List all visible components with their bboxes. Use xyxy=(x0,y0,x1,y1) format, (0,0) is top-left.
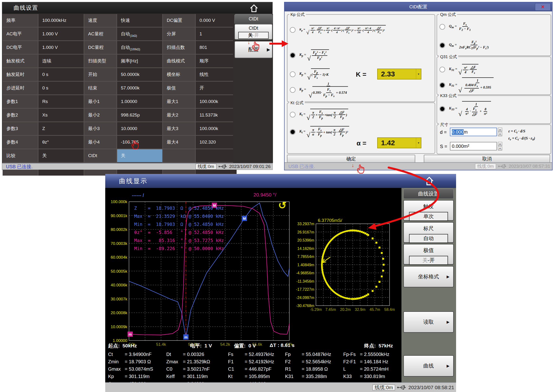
sidebar-menu-coord-format[interactable]: 坐标格式► xyxy=(403,266,454,287)
sidebar-curve-settings-button[interactable]: 曲线设置 xyxy=(403,189,454,199)
d-stepper[interactable]: ▲▼ xyxy=(498,128,502,136)
settings-value[interactable]: 801 xyxy=(196,41,237,54)
toggle-value: 关-开 xyxy=(409,256,448,265)
q31-option-2-radio[interactable] xyxy=(439,82,445,88)
chevron-down-icon[interactable]: ▾ xyxy=(416,138,421,148)
settings-value[interactable]: 关 xyxy=(38,149,84,162)
chevron-down-icon[interactable]: ▾ xyxy=(416,69,421,79)
settings-label: CtDt xyxy=(84,149,116,162)
kp-option-2-radio[interactable] xyxy=(290,52,295,58)
kt-option-1-radio[interactable] xyxy=(290,112,295,118)
settings-value[interactable]: 102.320 xyxy=(196,136,237,148)
svg-text:1.40849m: 1.40849m xyxy=(297,263,314,267)
settings-label: 参数3 xyxy=(3,122,38,135)
settings-value[interactable]: 1.000 V xyxy=(38,41,84,54)
submenu-arrow-icon: ► xyxy=(446,319,450,325)
settings-value[interactable]: 开 xyxy=(196,82,237,94)
spin-up-icon: ▲ xyxy=(498,142,502,146)
sidebar-toggle-trigger[interactable]: 触发单次 xyxy=(403,200,454,221)
settings-value[interactable]: θz° xyxy=(38,136,84,148)
toggle-value: 单次 xyxy=(409,212,448,221)
d-label: d = xyxy=(440,130,447,135)
settings-value[interactable]: Rs xyxy=(38,95,84,108)
clock-text: 2023/10/07 08:57:31 xyxy=(509,164,550,169)
svg-text:30.0007k: 30.0007k xyxy=(111,297,127,301)
settings-value[interactable]: 顺序 xyxy=(196,55,237,67)
alpha-value-dropdown[interactable]: 1.42▾ xyxy=(377,137,421,148)
close-icon[interactable]: ✕ xyxy=(535,3,551,11)
k-label: K = xyxy=(356,71,366,78)
group-label: Kp 公式 xyxy=(289,12,306,17)
settings-label: 最小2 xyxy=(84,109,116,121)
settings-value[interactable]: 线性 xyxy=(196,68,237,81)
kt-option-2-radio[interactable] xyxy=(290,129,295,135)
result-cell: Fp-Fs= 2.55500kHz xyxy=(343,352,400,359)
s-stepper[interactable]: ▲▼ xyxy=(498,142,502,150)
kt-option-1-formula: Kt = √π2×FsFp×tan(π2·△FFp) xyxy=(299,109,348,120)
settings-value[interactable]: 0.000 V xyxy=(196,14,237,27)
q31-option-1-radio[interactable] xyxy=(439,67,445,72)
settings-value[interactable]: 100.000k xyxy=(196,95,237,108)
svg-text:7.45m: 7.45m xyxy=(325,308,336,312)
sidebar-toggle-ruler[interactable]: 标尺自动 xyxy=(403,222,454,243)
qm-option-2-radio[interactable] xyxy=(439,42,445,48)
kp-option-3-radio[interactable] xyxy=(290,71,295,77)
settings-label: 横坐标 xyxy=(163,68,195,81)
s-input[interactable]: 0.000m² xyxy=(450,142,497,150)
sidebar-menu-curve[interactable]: 曲线► xyxy=(403,355,454,377)
settings-value[interactable]: 自动(100kΩ) xyxy=(117,41,162,54)
settings-value[interactable]: 11.5373k xyxy=(196,109,237,121)
home-icon[interactable] xyxy=(249,4,259,14)
svg-text:54.2k: 54.2k xyxy=(220,342,230,347)
settings-value[interactable]: -106.765 xyxy=(117,136,162,148)
settings-label: 最小1 xyxy=(84,95,116,108)
readout-line: Max = 85.316 ° @ 53.7275 kHz xyxy=(134,236,224,245)
settings-value[interactable]: 10.0000 xyxy=(117,122,162,135)
settings-value[interactable]: 1 xyxy=(196,28,237,40)
rotate-icon[interactable]: ↺ xyxy=(278,200,287,211)
ctdt-config-button[interactable]: 配置 ▶ xyxy=(234,41,273,58)
settings-value[interactable]: 998.625p xyxy=(117,109,162,121)
settings-value[interactable]: 1.00000 xyxy=(117,95,162,108)
settings-value[interactable]: Xs xyxy=(38,109,84,121)
ctdt-toggle-button[interactable]: CtDt 关-开 xyxy=(234,24,273,40)
settings-value[interactable]: 100.000kHz xyxy=(38,14,84,27)
settings-value[interactable]: 50.0000k xyxy=(117,68,162,81)
kp-option-4-radio[interactable] xyxy=(290,87,295,93)
s-label: S = xyxy=(440,144,447,149)
result-cell: Fp= 55.0487kHz xyxy=(285,352,343,359)
settings-value[interactable]: 100.000k xyxy=(196,122,237,135)
settings-value[interactable]: 关 xyxy=(117,149,162,162)
delta-t: ΔT : 8.61 s xyxy=(270,343,294,348)
settings-value[interactable]: 57.0000k xyxy=(117,82,162,94)
result-cell: Zmin= 18.7903 Ω xyxy=(108,359,166,366)
settings-label: 最小4 xyxy=(84,136,116,148)
qm-option-1-radio[interactable] xyxy=(439,24,445,30)
settings-label: 曲线模式 xyxy=(163,55,195,67)
settings-value[interactable]: 0 s xyxy=(38,82,84,94)
kp-option-1-radio[interactable] xyxy=(290,27,295,33)
settings-value[interactable] xyxy=(196,149,237,162)
sidebar-toggle-extremes[interactable]: 极值关-开 xyxy=(403,244,454,265)
settings-label: 极值 xyxy=(163,82,195,94)
settings-value[interactable]: 自动(1kΩ) xyxy=(117,28,162,40)
toggle-label: 触发 xyxy=(404,203,453,210)
k33-option-1-radio[interactable] xyxy=(439,106,445,112)
settings-value[interactable]: 频率[Hz] xyxy=(117,55,162,67)
home-icon[interactable] xyxy=(424,176,434,187)
k-value-dropdown[interactable]: 2.33▾ xyxy=(377,69,421,79)
settings-value[interactable]: 快速 xyxy=(117,14,162,27)
settings-value[interactable]: 0 s xyxy=(38,68,84,81)
result-cell: C1= 446.827pF xyxy=(228,366,285,374)
settings-value[interactable]: Z xyxy=(38,122,84,135)
settings-label: DC电平 xyxy=(3,41,38,54)
settings-value[interactable]: 1.000 V xyxy=(38,28,84,40)
start-freq: 起点: 50kHz xyxy=(108,343,137,349)
cancel-button[interactable]: 取消 xyxy=(424,155,550,163)
d-input[interactable]: 0.000m xyxy=(450,128,497,136)
ok-button[interactable]: 确定 xyxy=(287,155,415,163)
sidebar-menu-read[interactable]: 读取► xyxy=(403,311,454,333)
settings-label: DC量程 xyxy=(84,41,116,54)
toggle-value: 自动 xyxy=(409,234,448,243)
settings-value[interactable]: 连续 xyxy=(38,55,84,67)
